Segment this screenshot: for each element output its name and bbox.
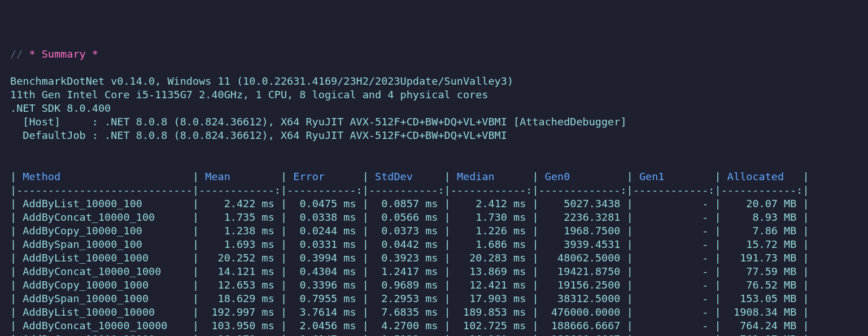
col-header-gen1: Gen1 bbox=[639, 171, 709, 182]
cell-mean-8: 192.997 ms bbox=[205, 306, 274, 318]
cell-median-4: 20.283 ms bbox=[457, 252, 526, 264]
col-header-stddev: StdDev bbox=[375, 171, 438, 182]
summary-comment-prefix: // bbox=[10, 48, 29, 60]
col-header-median: Median bbox=[457, 171, 526, 182]
cell-gen0-3: 3939.4531 bbox=[545, 238, 621, 250]
cell-median-3: 1.686 ms bbox=[457, 238, 526, 250]
cell-method-10: AddByCopy_10000_10000 bbox=[23, 333, 186, 336]
cell-mean-10: 96.978 ms bbox=[205, 333, 274, 336]
cell-stddev-5: 1.2417 ms bbox=[375, 265, 438, 277]
cell-gen0-10: 188666.6667 bbox=[545, 333, 621, 336]
cell-stddev-10: 0.5133 ms bbox=[375, 333, 438, 336]
cell-gen0-9: 188666.6667 bbox=[545, 320, 621, 331]
cell-gen0-6: 19156.2500 bbox=[545, 279, 621, 291]
cell-allocated-1: 8.93 MB bbox=[727, 211, 797, 223]
cell-gen0-4: 48062.5000 bbox=[545, 252, 621, 264]
cell-method-6: AddByCopy_10000_1000 bbox=[23, 279, 186, 291]
cell-gen1-10: - bbox=[639, 333, 709, 336]
cell-median-1: 1.730 ms bbox=[457, 211, 526, 223]
cell-mean-1: 1.735 ms bbox=[205, 211, 274, 223]
cell-median-0: 2.412 ms bbox=[457, 198, 526, 210]
cell-error-2: 0.0244 ms bbox=[293, 225, 356, 237]
cell-gen0-5: 19421.8750 bbox=[545, 265, 621, 277]
cell-method-8: AddByList_10000_10000 bbox=[23, 306, 186, 318]
env-line-3: [Host] : .NET 8.0.8 (8.0.824.36612), X64… bbox=[10, 116, 627, 128]
cell-stddev-6: 0.9689 ms bbox=[375, 279, 438, 291]
cell-error-9: 2.0456 ms bbox=[293, 320, 356, 331]
cell-mean-4: 20.252 ms bbox=[205, 252, 274, 264]
cell-stddev-2: 0.0373 ms bbox=[375, 225, 438, 237]
col-header-gen0: Gen0 bbox=[545, 171, 621, 182]
cell-error-0: 0.0475 ms bbox=[293, 198, 356, 210]
cell-stddev-8: 7.6835 ms bbox=[375, 306, 438, 318]
cell-gen1-0: - bbox=[639, 198, 709, 210]
cell-gen1-7: - bbox=[639, 293, 709, 304]
cell-gen1-9: - bbox=[639, 320, 709, 331]
cell-median-6: 12.421 ms bbox=[457, 279, 526, 291]
cell-allocated-10: 763.17 MB bbox=[727, 333, 797, 336]
cell-error-10: 0.6147 ms bbox=[293, 333, 356, 336]
cell-error-6: 0.3396 ms bbox=[293, 279, 356, 291]
cell-median-8: 189.853 ms bbox=[457, 306, 526, 318]
cell-gen1-1: - bbox=[639, 211, 709, 223]
cell-error-3: 0.0331 ms bbox=[293, 238, 356, 250]
cell-stddev-3: 0.0442 ms bbox=[375, 238, 438, 250]
col-header-allocated: Allocated bbox=[727, 171, 797, 182]
col-header-error: Error bbox=[293, 171, 356, 182]
cell-mean-0: 2.422 ms bbox=[205, 198, 274, 210]
cell-allocated-9: 764.24 MB bbox=[727, 320, 797, 331]
cell-method-2: AddByCopy_10000_100 bbox=[23, 225, 186, 237]
cell-error-8: 3.7614 ms bbox=[293, 306, 356, 318]
cell-error-4: 0.3994 ms bbox=[293, 252, 356, 264]
cell-method-1: AddByConcat_10000_100 bbox=[23, 211, 186, 223]
col-header-mean: Mean bbox=[205, 171, 274, 182]
cell-error-7: 0.7955 ms bbox=[293, 293, 356, 304]
cell-allocated-4: 191.73 MB bbox=[727, 252, 797, 264]
cell-allocated-8: 1908.34 MB bbox=[727, 306, 797, 318]
cell-allocated-2: 7.86 MB bbox=[727, 225, 797, 237]
cell-stddev-0: 0.0857 ms bbox=[375, 198, 438, 210]
cell-allocated-5: 77.59 MB bbox=[727, 265, 797, 277]
cell-stddev-9: 4.2700 ms bbox=[375, 320, 438, 331]
cell-gen1-2: - bbox=[639, 225, 709, 237]
cell-method-7: AddBySpan_10000_1000 bbox=[23, 293, 186, 304]
cell-method-0: AddByList_10000_100 bbox=[23, 198, 186, 210]
cell-stddev-7: 2.2953 ms bbox=[375, 293, 438, 304]
cell-gen1-4: - bbox=[639, 252, 709, 264]
cell-error-5: 0.4304 ms bbox=[293, 265, 356, 277]
cell-gen0-8: 476000.0000 bbox=[545, 306, 621, 318]
col-header-method: Method bbox=[23, 171, 186, 182]
cell-gen0-2: 1968.7500 bbox=[545, 225, 621, 237]
cell-mean-9: 103.950 ms bbox=[205, 320, 274, 331]
cell-median-5: 13.869 ms bbox=[457, 265, 526, 277]
cell-gen0-7: 38312.5000 bbox=[545, 293, 621, 304]
cell-mean-2: 1.238 ms bbox=[205, 225, 274, 237]
cell-gen1-5: - bbox=[639, 265, 709, 277]
cell-allocated-7: 153.05 MB bbox=[727, 293, 797, 304]
env-line-2: .NET SDK 8.0.400 bbox=[10, 102, 111, 114]
cell-gen1-3: - bbox=[639, 238, 709, 250]
summary-comment-body: * Summary * bbox=[29, 48, 98, 60]
cell-gen0-1: 2236.3281 bbox=[545, 211, 621, 223]
cell-stddev-1: 0.0566 ms bbox=[375, 211, 438, 223]
cell-method-3: AddBySpan_10000_100 bbox=[23, 238, 186, 250]
cell-median-2: 1.226 ms bbox=[457, 225, 526, 237]
cell-allocated-3: 15.72 MB bbox=[727, 238, 797, 250]
cell-mean-3: 1.693 ms bbox=[205, 238, 274, 250]
cell-error-1: 0.0338 ms bbox=[293, 211, 356, 223]
cell-gen1-6: - bbox=[639, 279, 709, 291]
cell-median-9: 102.725 ms bbox=[457, 320, 526, 331]
cell-method-9: AddByConcat_10000_10000 bbox=[23, 320, 186, 331]
env-line-4: DefaultJob : .NET 8.0.8 (8.0.824.36612),… bbox=[10, 129, 507, 141]
env-line-0: BenchmarkDotNet v0.14.0, Windows 11 (10.… bbox=[10, 75, 513, 87]
cell-mean-7: 18.629 ms bbox=[205, 293, 274, 304]
cell-stddev-4: 0.3923 ms bbox=[375, 252, 438, 264]
cell-mean-6: 12.653 ms bbox=[205, 279, 274, 291]
cell-gen0-0: 5027.3438 bbox=[545, 198, 621, 210]
cell-median-7: 17.903 ms bbox=[457, 293, 526, 304]
benchmark-output: // * Summary * BenchmarkDotNet v0.14.0, … bbox=[10, 47, 858, 336]
cell-allocated-0: 20.07 MB bbox=[727, 198, 797, 210]
cell-method-4: AddByList_10000_1000 bbox=[23, 252, 186, 264]
cell-method-5: AddByConcat_10000_1000 bbox=[23, 265, 186, 277]
cell-allocated-6: 76.52 MB bbox=[727, 279, 797, 291]
